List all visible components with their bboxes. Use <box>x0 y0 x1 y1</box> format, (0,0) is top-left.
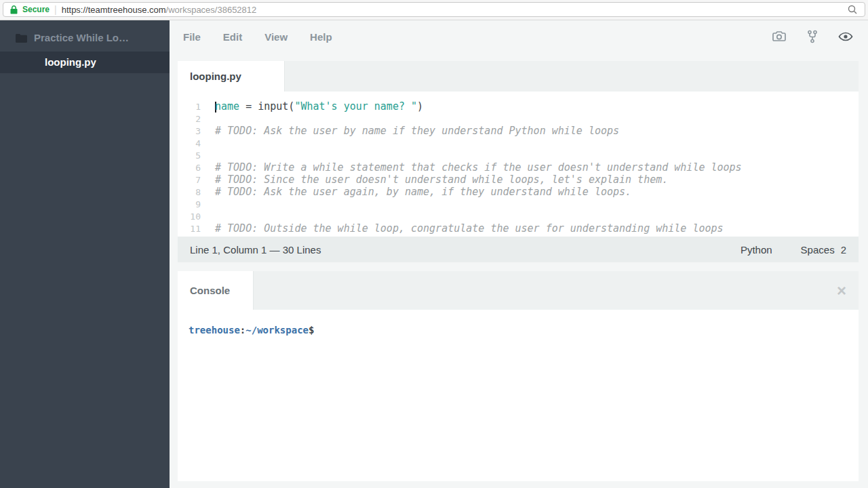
code-token: = input( <box>239 100 294 113</box>
line-number: 5 <box>178 150 201 162</box>
indent-label: Spaces <box>801 244 835 256</box>
code-token: # TODO: Ask the user by name if they und… <box>215 125 619 137</box>
menu-items: FileEditViewHelp <box>183 31 332 43</box>
menu-item-file[interactable]: File <box>183 31 201 43</box>
code-editor[interactable]: 1234567891011 name = input("What's your … <box>178 92 859 237</box>
editor-tab-bar: looping.py <box>178 61 859 92</box>
camera-icon[interactable] <box>772 29 787 44</box>
code-line[interactable] <box>215 113 859 125</box>
code-token: ) <box>417 100 423 113</box>
secure-badge[interactable]: Secure <box>22 5 50 14</box>
line-number: 9 <box>178 199 201 211</box>
code-line[interactable]: name = input("What's your name? ") <box>215 100 859 113</box>
workspace-menubar: FileEditViewHelp <box>170 20 868 53</box>
code-line[interactable] <box>215 210 859 222</box>
editor-statusbar: Line 1, Column 1 — 30 Lines Python Space… <box>178 237 859 262</box>
code-token: # TODO: Ask the user again, by name, if … <box>215 186 631 198</box>
line-number: 1 <box>178 101 201 113</box>
sidebar-file-looping-py[interactable]: looping.py <box>0 52 170 73</box>
code-token: name <box>215 100 239 113</box>
zoom-icon[interactable] <box>847 4 858 15</box>
file-sidebar: Practice While Lo… looping.py <box>0 20 170 488</box>
lock-icon <box>10 5 18 14</box>
code-lines[interactable]: name = input("What's your name? ")# TODO… <box>201 92 859 237</box>
code-line[interactable]: # TODO: Outside the while loop, congratu… <box>215 222 859 235</box>
code-line[interactable] <box>215 137 859 149</box>
code-line[interactable] <box>215 198 859 210</box>
code-token: # TODO: Write a while statement that che… <box>215 161 742 174</box>
console-panel: Console × treehouse:~/workspace$ <box>178 271 859 481</box>
address-bar[interactable]: Secure | https://teamtreehouse.com/works… <box>3 2 865 17</box>
code-token: # TODO: Outside the while loop, congratu… <box>215 222 724 235</box>
close-icon[interactable]: × <box>837 283 846 299</box>
line-number: 11 <box>178 223 201 235</box>
language-selector[interactable]: Python <box>741 244 772 256</box>
editor-panel: looping.py 1234567891011 name = input("W… <box>178 61 859 262</box>
fork-icon[interactable] <box>805 29 820 44</box>
prompt-segment: ~/workspace <box>245 325 309 336</box>
code-token: # TODO: Since the user doesn't understan… <box>215 174 668 186</box>
console-tab-bar: Console × <box>178 271 859 310</box>
project-row[interactable]: Practice While Lo… <box>0 20 170 52</box>
menu-item-help[interactable]: Help <box>310 31 332 43</box>
indent-value: 2 <box>841 244 846 256</box>
prompt-segment: $ <box>309 325 314 336</box>
line-number: 2 <box>178 113 201 125</box>
line-number: 7 <box>178 174 201 186</box>
eye-icon[interactable] <box>838 29 853 44</box>
code-token: "What's your name? " <box>294 100 417 113</box>
code-line[interactable]: # TODO: Since the user doesn't understan… <box>215 174 859 186</box>
prompt-segment: treehouse <box>189 325 240 336</box>
gutter: 1234567891011 <box>178 92 201 237</box>
line-number: 4 <box>178 138 201 150</box>
indent-selector[interactable]: Spaces 2 <box>801 244 846 256</box>
folder-icon <box>16 33 27 43</box>
browser-bar: Secure | https://teamtreehouse.com/works… <box>0 0 868 20</box>
url-path: /workspaces/38652812 <box>166 5 257 15</box>
code-line[interactable]: # TODO: Ask the user again, by name, if … <box>215 186 859 198</box>
console-output[interactable]: treehouse:~/workspace$ <box>178 310 859 350</box>
code-line[interactable]: # TODO: Ask the user by name if they und… <box>215 125 859 137</box>
line-number: 8 <box>178 186 201 199</box>
code-line[interactable] <box>215 149 859 161</box>
line-number: 3 <box>178 125 201 138</box>
menu-item-view[interactable]: View <box>264 31 288 43</box>
menu-item-edit[interactable]: Edit <box>223 31 242 43</box>
cursor-position-status: Line 1, Column 1 — 30 Lines <box>190 244 741 256</box>
tab-console[interactable]: Console <box>178 271 254 310</box>
line-number: 6 <box>178 162 201 174</box>
project-title: Practice While Lo… <box>34 32 129 43</box>
tab-looping-py[interactable]: looping.py <box>178 61 285 92</box>
terminal-prompt[interactable]: treehouse:~/workspace$ <box>189 324 848 336</box>
toolbar-icons <box>772 20 853 53</box>
url-domain: https://teamtreehouse.com <box>62 5 166 15</box>
line-number: 10 <box>178 211 201 223</box>
address-separator: | <box>54 4 57 15</box>
code-line[interactable]: # TODO: Write a while statement that che… <box>215 161 859 174</box>
url-text: https://teamtreehouse.com/workspaces/386… <box>62 5 257 15</box>
